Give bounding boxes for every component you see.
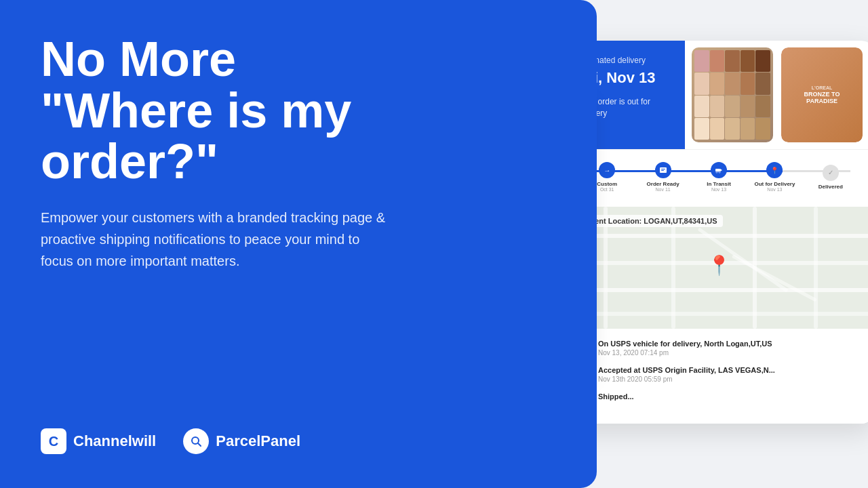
map-pin: 📍 — [707, 254, 731, 277]
map-background: Current Location: LOGAN,UT,84341,US 📍 — [597, 207, 868, 329]
product-loreal: L'OREAL BRONZE TO PARADISE — [781, 47, 863, 142]
svg-point-8 — [719, 171, 720, 173]
step-label-in-transit: In Transit — [707, 181, 731, 187]
timeline-item-1: On USPS vehicle for delivery, North Loga… — [597, 340, 859, 357]
timeline-title-3: Shipped... — [598, 392, 634, 401]
step-custom: → Custom Oct 31 — [597, 162, 635, 192]
progress-section: → Custom Oct 31 Order Ready Nov 11 In Tr… — [597, 149, 868, 207]
delivery-header: Estimated delivery Fri, Nov 13 Your orde… — [597, 41, 685, 149]
step-date-out-for-delivery: Nov 13 — [767, 187, 782, 192]
map-road-v4 — [814, 207, 818, 329]
timeline-content-3: Shipped... — [598, 392, 634, 402]
delivery-date: Fri, Nov 13 — [597, 69, 669, 87]
brand-row: C Channelwill ParcelPanel — [41, 428, 556, 454]
map-road-h4 — [597, 312, 868, 316]
map-road-h2 — [597, 261, 868, 265]
step-label-order-ready: Order Ready — [647, 181, 679, 187]
step-label-custom: Custom — [597, 181, 617, 187]
step-label-delivered: Delivered — [818, 184, 843, 190]
parcelpanel-label: ParcelPanel — [216, 432, 300, 450]
palette-grid — [692, 47, 773, 142]
timeline-item-2: Accepted at USPS Origin Facility, LAS VE… — [597, 366, 859, 383]
step-circle-out-for-delivery: 📍 — [766, 162, 783, 178]
timeline-content-2: Accepted at USPS Origin Facility, LAS VE… — [598, 366, 775, 383]
channelwill-label: Channelwill — [73, 432, 156, 450]
headline: No More "Where is my order?" — [41, 34, 420, 188]
channelwill-icon: C — [41, 428, 66, 454]
loreal-line3: PARADISE — [806, 98, 837, 105]
svg-rect-3 — [661, 169, 665, 169]
step-circle-delivered: ✓ — [823, 165, 839, 181]
step-circle-in-transit — [711, 162, 727, 178]
map-section: Current Location: LOGAN,UT,84341,US 📍 — [597, 207, 868, 329]
step-date-order-ready: Nov 11 — [656, 187, 671, 192]
progress-steps: → Custom Oct 31 Order Ready Nov 11 In Tr… — [597, 162, 859, 192]
step-delivered: ✓ Delivered — [803, 165, 859, 190]
step-out-for-delivery: 📍 Out for Delivery Nov 13 — [747, 162, 802, 192]
step-in-transit: In Transit Nov 13 — [691, 162, 747, 192]
tracking-card: Estimated delivery Fri, Nov 13 Your orde… — [597, 41, 868, 424]
timeline-item-3: Shipped... — [597, 392, 859, 403]
timeline-time-1: Nov 13, 2020 07:14 pm — [598, 349, 772, 357]
svg-point-7 — [716, 171, 717, 173]
svg-line-1 — [198, 443, 201, 446]
product-eyeshadow — [692, 47, 773, 142]
right-panel: Estimated delivery Fri, Nov 13 Your orde… — [597, 0, 868, 488]
delivery-label: Estimated delivery — [597, 56, 669, 65]
timeline-title-1: On USPS vehicle for delivery, North Loga… — [598, 340, 772, 348]
loreal-brand: L'OREAL — [812, 85, 832, 90]
timeline-time-2: Nov 13th 2020 05:59 pm — [598, 375, 775, 383]
loreal-display: L'OREAL BRONZE TO PARADISE — [781, 47, 863, 142]
brand-parcelpanel: ParcelPanel — [183, 428, 300, 454]
map-location-label: Current Location: LOGAN,UT,84341,US — [597, 215, 723, 227]
step-order-ready: Order Ready Nov 11 — [635, 162, 690, 192]
svg-marker-6 — [720, 169, 722, 171]
step-date-in-transit: Nov 13 — [711, 187, 726, 192]
map-road-h1 — [597, 234, 868, 238]
timeline-content-1: On USPS vehicle for delivery, North Loga… — [598, 340, 772, 357]
svg-rect-4 — [661, 170, 664, 171]
product-images: L'OREAL BRONZE TO PARADISE — [685, 41, 868, 149]
svg-rect-5 — [715, 169, 720, 171]
step-label-out-for-delivery: Out for Delivery — [754, 181, 795, 187]
timeline-title-2: Accepted at USPS Origin Facility, LAS VE… — [598, 366, 775, 374]
left-panel: No More "Where is my order?" Empower you… — [0, 0, 597, 488]
parcelpanel-icon — [183, 428, 209, 454]
step-date-custom: Oct 31 — [600, 187, 614, 192]
step-circle-order-ready — [655, 162, 671, 178]
brand-channelwill: C Channelwill — [41, 428, 156, 454]
step-circle-custom: → — [599, 162, 615, 178]
delivery-status: Your order is out for delivery — [597, 96, 669, 119]
subtext: Empower your customers with a branded tr… — [41, 207, 393, 272]
map-road-h3 — [597, 288, 868, 292]
timeline-section: On USPS vehicle for delivery, North Loga… — [597, 329, 868, 424]
